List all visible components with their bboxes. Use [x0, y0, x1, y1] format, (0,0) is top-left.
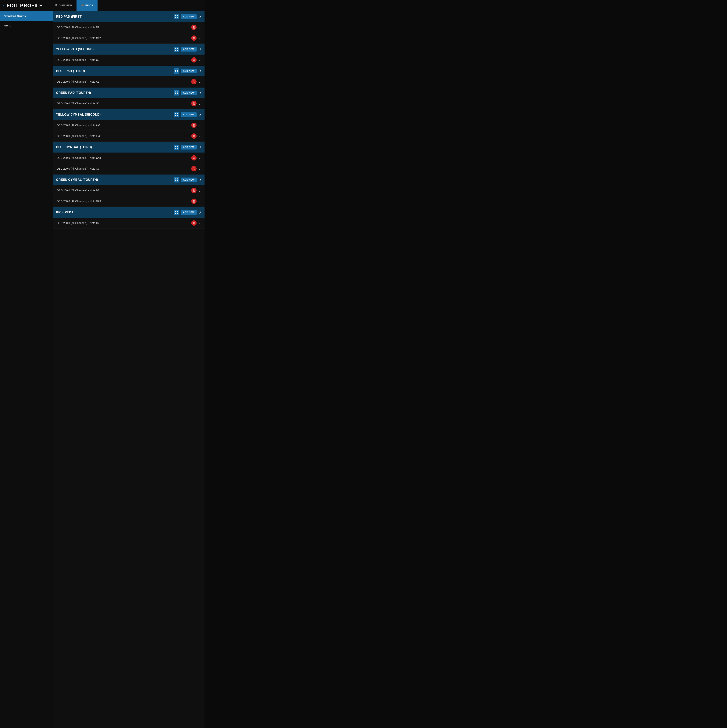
bind-item-rp2[interactable]: DED-200 0 (All Channels) - Note C#2∨	[53, 33, 205, 44]
grid-icon-green-pad[interactable]	[174, 90, 179, 95]
collapse-button-kick-pedal[interactable]: ∧	[199, 210, 202, 214]
collapse-button-green-pad[interactable]: ∧	[199, 91, 202, 95]
section-header-blue-pad[interactable]: BLUE PAD (THIRD)ADD NEW∧	[53, 66, 205, 76]
add-new-button-yellow-pad[interactable]: ADD NEW	[181, 47, 197, 52]
grid-icon-blue-cymbal[interactable]	[174, 145, 179, 150]
expand-button-yp1[interactable]: ∨	[199, 58, 201, 62]
tab-overview[interactable]: 🖥 OVERVIEW	[50, 0, 76, 11]
sidebar-item-standard-drums[interactable]: Standard Drums	[0, 11, 53, 21]
bind-label-yc2: DED-200 0 (All Channels) - Note F#2	[57, 135, 101, 138]
svg-rect-21	[177, 92, 178, 92]
section-header-blue-cymbal[interactable]: BLUE CYMBAL (THIRD)ADD NEW∧	[53, 142, 205, 153]
bind-label-gp1: DED-200 0 (All Channels) - Note G2	[57, 102, 99, 105]
expand-button-bc2[interactable]: ∨	[199, 167, 201, 171]
expand-button-rp2[interactable]: ∨	[199, 37, 201, 40]
bind-item-bc2[interactable]: DED-200 0 (All Channels) - Note G3∨	[53, 163, 205, 174]
add-new-button-yellow-cymbal[interactable]: ADD NEW	[181, 112, 197, 117]
expand-button-gc1[interactable]: ∨	[199, 189, 201, 192]
expand-button-yc1[interactable]: ∨	[199, 124, 201, 127]
collapse-button-blue-cymbal[interactable]: ∧	[199, 145, 202, 149]
bind-item-yp1[interactable]: DED-200 0 (All Channels) - Note C3∨	[53, 55, 205, 65]
svg-rect-53	[177, 213, 178, 214]
delete-button-bc2[interactable]	[191, 166, 197, 171]
section-header-green-pad[interactable]: GREEN PAD (FOURTH)ADD NEW∧	[53, 87, 205, 98]
sidebar-item-menu[interactable]: Menu	[0, 21, 53, 30]
section-green-cymbal: GREEN CYMBAL (FOURTH)ADD NEW∧DED-200 0 (…	[53, 174, 205, 207]
expand-button-gc2[interactable]: ∨	[199, 200, 201, 203]
svg-rect-51	[177, 211, 178, 212]
section-title-green-pad: GREEN PAD (FOURTH)	[56, 91, 91, 95]
bind-actions-yc2: ∨	[191, 133, 201, 139]
collapse-button-yellow-cymbal[interactable]: ∧	[199, 113, 202, 117]
bind-item-bc1[interactable]: DED-200 0 (All Channels) - Note C#3∨	[53, 153, 205, 163]
section-header-red-pad[interactable]: RED PAD (FIRST)ADD NEW∧	[53, 11, 205, 22]
section-actions-yellow-cymbal: ADD NEW∧	[174, 112, 202, 117]
section-header-green-cymbal[interactable]: GREEN CYMBAL (FOURTH)ADD NEW∧	[53, 174, 205, 185]
bind-label-bc2: DED-200 0 (All Channels) - Note G3	[57, 167, 99, 170]
bind-item-gc1[interactable]: DED-200 0 (All Channels) - Note B3∨	[53, 185, 205, 196]
delete-button-rp2[interactable]	[191, 35, 197, 41]
grid-icon-yellow-cymbal[interactable]	[174, 112, 179, 117]
expand-button-bc1[interactable]: ∨	[199, 156, 201, 160]
section-actions-green-pad: ADD NEW∧	[174, 90, 202, 95]
section-kick-pedal: KICK PEDALADD NEW∧DED-200 0 (All Channel…	[53, 207, 205, 228]
svg-rect-34	[175, 146, 176, 147]
bind-actions-gc1: ∨	[191, 188, 201, 193]
add-new-button-red-pad[interactable]: ADD NEW	[181, 14, 197, 19]
grid-icon-blue-pad[interactable]	[174, 69, 179, 74]
delete-button-yc2[interactable]	[191, 133, 197, 139]
bind-item-yc1[interactable]: DED-200 0 (All Channels) - Note A#2∨	[53, 120, 205, 131]
sidebar-item-standard-drums-label: Standard Drums	[4, 14, 26, 18]
svg-rect-36	[175, 148, 176, 148]
delete-button-rp1[interactable]	[191, 24, 197, 30]
expand-button-kp1[interactable]: ∨	[199, 221, 201, 225]
bind-item-bp1[interactable]: DED-200 0 (All Channels) - Note A2∨	[53, 76, 205, 87]
svg-rect-1	[177, 15, 178, 16]
add-new-button-green-pad[interactable]: ADD NEW	[181, 90, 197, 95]
delete-button-gc1[interactable]	[191, 188, 197, 193]
add-new-button-blue-cymbal[interactable]: ADD NEW	[181, 145, 197, 150]
delete-button-bc1[interactable]	[191, 155, 197, 161]
grid-icon-red-pad[interactable]	[174, 14, 179, 19]
add-new-button-kick-pedal[interactable]: ADD NEW	[181, 210, 197, 215]
bind-label-gc1: DED-200 0 (All Channels) - Note B3	[57, 189, 99, 192]
section-header-yellow-pad[interactable]: YELLOW PAD (SECOND)ADD NEW∧	[53, 44, 205, 55]
grid-icon-green-cymbal[interactable]	[174, 177, 179, 182]
collapse-button-green-cymbal[interactable]: ∧	[199, 178, 202, 182]
grid-icon-yellow-pad[interactable]	[174, 47, 179, 52]
grid-icon-kick-pedal[interactable]	[174, 210, 179, 215]
svg-rect-50	[175, 211, 176, 212]
svg-rect-16	[175, 72, 176, 72]
expand-button-rp1[interactable]: ∨	[199, 26, 201, 29]
delete-button-yc1[interactable]	[191, 122, 197, 128]
expand-button-bp1[interactable]: ∨	[199, 80, 201, 84]
section-title-yellow-cymbal: YELLOW CYMBAL (SECOND)	[56, 113, 101, 116]
bind-item-gp1[interactable]: DED-200 0 (All Channels) - Note G2∨	[53, 98, 205, 109]
bind-actions-gc2: ∨	[191, 199, 201, 204]
bind-item-kp1[interactable]: DED-200 0 (All Channels) - Note C2∨	[53, 218, 205, 228]
bind-actions-rp2: ∨	[191, 35, 201, 41]
collapse-button-red-pad[interactable]: ∧	[199, 15, 202, 19]
bind-item-rp1[interactable]: DED-200 0 (All Channels) - Note D2∨	[53, 22, 205, 33]
collapse-button-blue-pad[interactable]: ∧	[199, 69, 202, 73]
section-header-yellow-cymbal[interactable]: YELLOW CYMBAL (SECOND)ADD NEW∧	[53, 109, 205, 120]
section-blue-pad: BLUE PAD (THIRD)ADD NEW∧DED-200 0 (All C…	[53, 66, 205, 87]
delete-button-yp1[interactable]	[191, 57, 197, 63]
back-button[interactable]: ‹	[3, 3, 5, 8]
bind-item-gc2[interactable]: DED-200 0 (All Channels) - Note D#3∨	[53, 196, 205, 207]
bind-item-yc2[interactable]: DED-200 0 (All Channels) - Note F#2∨	[53, 131, 205, 142]
add-new-button-blue-pad[interactable]: ADD NEW	[181, 69, 197, 73]
expand-button-gp1[interactable]: ∨	[199, 102, 201, 106]
delete-button-kp1[interactable]	[191, 220, 197, 226]
collapse-button-yellow-pad[interactable]: ∧	[199, 47, 202, 51]
delete-button-gp1[interactable]	[191, 101, 197, 106]
delete-button-bp1[interactable]	[191, 79, 197, 84]
add-new-button-green-cymbal[interactable]: ADD NEW	[181, 177, 197, 182]
bind-label-kp1: DED-200 0 (All Channels) - Note C2	[57, 222, 99, 225]
bind-label-rp1: DED-200 0 (All Channels) - Note D2	[57, 26, 99, 29]
section-header-kick-pedal[interactable]: KICK PEDALADD NEW∧	[53, 207, 205, 218]
tab-binds[interactable]: 🎮 BINDS	[76, 0, 98, 11]
header: ‹ EDIT PROFILE 🖥 OVERVIEW 🎮 BINDS	[0, 0, 205, 11]
delete-button-gc2[interactable]	[191, 199, 197, 204]
expand-button-yc2[interactable]: ∨	[199, 135, 201, 138]
